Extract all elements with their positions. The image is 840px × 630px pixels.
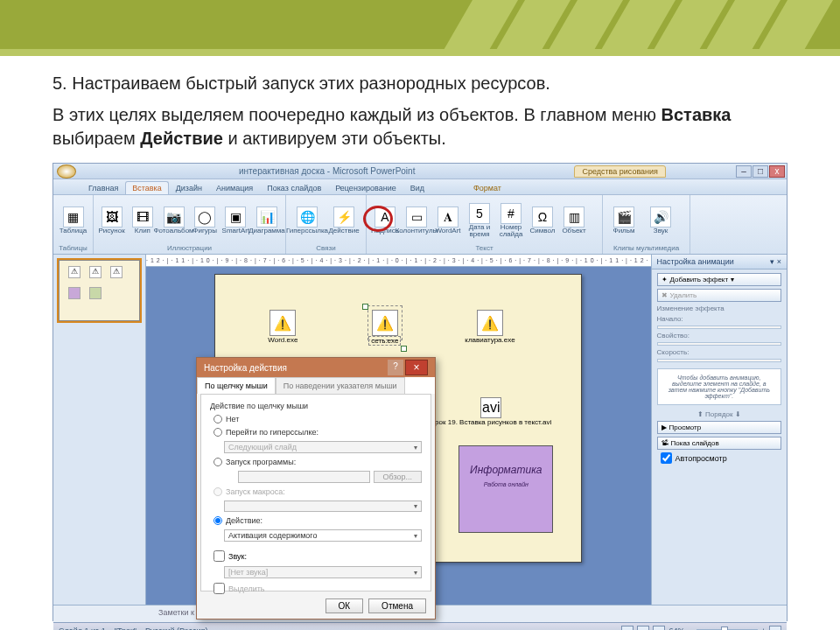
group-label-illustrations: Иллюстрации (97, 244, 282, 252)
property-field[interactable] (657, 342, 781, 346)
highlight-checkbox[interactable]: Выделить (210, 583, 422, 594)
action-group-label: Действие по щелчку мыши (210, 402, 422, 410)
warning-icon: ⚠️ (477, 310, 503, 336)
tab-insert[interactable]: Вставка (125, 181, 168, 194)
radio-none[interactable]: Нет (210, 415, 422, 424)
change-label: Изменение эффекта (657, 304, 781, 312)
radio-macro: Запуск макроса: (210, 487, 422, 496)
zoom-out-button[interactable]: − (688, 626, 692, 631)
browse-button[interactable]: Обзор... (374, 471, 423, 483)
view-show-button[interactable] (653, 626, 665, 631)
program-path-field[interactable] (238, 471, 370, 483)
shapes-icon: ◯ (194, 206, 215, 228)
hyperlink-combo[interactable]: Следующий слайд▾ (224, 441, 422, 453)
ribbon-headerfooter[interactable]: ▭Колонтитулы (402, 206, 431, 234)
horizontal-ruler: ·12·|·11·|·10·|·9·|·8·|·7·|·6·|·5·|·4·|·… (146, 255, 651, 267)
title-bar: интерактивная доска - Microsoft PowerPoi… (53, 164, 787, 179)
dialog-help-button[interactable]: ? (388, 360, 403, 375)
autopreview-checkbox[interactable]: Автопросмотр (657, 452, 781, 464)
zoom-value: 64% (668, 626, 684, 631)
remove-effect-button[interactable]: ✖Удалить (657, 289, 781, 302)
office-button[interactable] (57, 164, 76, 178)
sound-checkbox[interactable]: Звук: (210, 550, 422, 562)
status-bar: Слайд 1 из 1 "Трек" Русский (Россия) 64%… (53, 622, 787, 630)
ribbon-table[interactable]: ▦Таблица (57, 206, 89, 234)
dialog-tab-hover[interactable]: По наведении указателя мыши (276, 377, 405, 394)
speed-label: Скорость: (657, 348, 781, 356)
tab-design[interactable]: Дизайн (169, 181, 209, 194)
tab-slideshow[interactable]: Показ слайдов (260, 181, 328, 194)
tab-review[interactable]: Рецензирование (328, 181, 403, 194)
status-theme: "Трек" (115, 626, 136, 631)
maximize-button[interactable]: □ (752, 165, 768, 178)
instruction-para-2: В этих целях выделяем поочередно каждый … (52, 103, 779, 150)
start-field[interactable] (657, 326, 781, 329)
ribbon-datetime[interactable]: 5Дата и время (465, 203, 494, 238)
slideshow-button[interactable]: 📽 Показ слайдов (657, 437, 781, 450)
radio-run-program[interactable]: Запуск программы: (210, 458, 422, 466)
headerfooter-icon: ▭ (406, 206, 427, 228)
ribbon-picture[interactable]: 🖼Рисунок (97, 206, 126, 234)
dialog-tab-click[interactable]: По щелчку мыши (197, 377, 276, 394)
ribbon-sound[interactable]: 🔊Звук (643, 206, 678, 234)
status-slide-count: Слайд 1 из 1 (59, 626, 106, 631)
ribbon-smartart[interactable]: ▣SmartArt (221, 206, 250, 234)
action-settings-dialog: Настройка действия ? × По щелчку мыши По… (196, 357, 436, 620)
ribbon-album[interactable]: 📷Фотоальбом (159, 206, 189, 234)
smartart-icon: ▣ (225, 206, 246, 228)
ribbon-action[interactable]: ⚡Действие (326, 206, 361, 234)
radio-object-action[interactable]: Действие: (210, 516, 422, 525)
ribbon-shapes[interactable]: ◯Фигуры (191, 206, 220, 234)
tab-home[interactable]: Главная (81, 181, 125, 194)
ok-button[interactable]: ОК (326, 598, 364, 613)
chart-icon: 📊 (256, 206, 277, 228)
slide-thumbnails: ⚠⚠⚠ (53, 255, 146, 605)
ribbon-chart[interactable]: 📊Диаграмма (252, 206, 282, 234)
group-label-text: Текст (370, 244, 598, 252)
view-sorter-button[interactable] (637, 626, 649, 631)
instruction-para-1: 5. Настраиваем быстрый запуск этих разно… (52, 74, 779, 94)
object-network-exe[interactable]: ⚠️сеть.exe (368, 310, 401, 346)
reorder-label: ⬆ Порядок ⬇ (657, 410, 781, 418)
decorative-underline (0, 49, 840, 56)
minimize-button[interactable]: – (736, 165, 752, 178)
tab-animation[interactable]: Анимация (209, 181, 260, 194)
cancel-button[interactable]: Отмена (368, 598, 426, 613)
group-label-links: Связи (290, 244, 362, 252)
animation-taskpane: Настройка анимации▾ × ✦Добавить эффект ▾… (651, 255, 787, 605)
decorative-stripes (442, 0, 840, 52)
ribbon-wordart[interactable]: 𝐀WordArt (433, 206, 463, 234)
object-icon: ▥ (564, 206, 584, 228)
table-icon: ▦ (63, 206, 84, 228)
object-word-exe[interactable]: ⚠️Word.exe (268, 310, 298, 344)
tab-format[interactable]: Формат (466, 181, 508, 194)
fit-button[interactable] (769, 626, 781, 631)
thumbnail-1[interactable]: ⚠⚠⚠ (59, 260, 140, 321)
ribbon-movie[interactable]: 🎬Фильм (606, 206, 641, 234)
sound-combo[interactable]: [Нет звука]▾ (224, 566, 422, 578)
object-video-avi[interactable]: aviУрок 19. Вставка рисунков в текст.avi (425, 397, 556, 426)
ribbon-hyperlink[interactable]: 🌐Гиперссылка (290, 206, 325, 234)
status-language: Русский (Россия) (145, 626, 207, 631)
ribbon-slidenum[interactable]: #Номер слайда (496, 203, 526, 238)
object-keyboard-exe[interactable]: ⚠️клавиатура.exe (465, 310, 514, 344)
preview-button[interactable]: ▶ Просмотр (657, 421, 781, 434)
view-normal-button[interactable] (621, 626, 634, 631)
action-icon: ⚡ (333, 206, 354, 228)
close-button[interactable]: x (769, 165, 785, 178)
zoom-in-button[interactable]: + (761, 626, 766, 631)
window-title: интерактивная доска - Microsoft PowerPoi… (80, 166, 574, 176)
ribbon-tabs: Главная Вставка Дизайн Анимация Показ сл… (53, 179, 787, 195)
object-action-combo[interactable]: Активация содержимого▾ (224, 529, 422, 542)
speed-field[interactable] (657, 359, 781, 362)
taskpane-dropdown-icon[interactable]: ▾ × (770, 257, 781, 266)
dialog-close-button[interactable]: × (405, 360, 428, 375)
start-label: Начало: (657, 315, 781, 323)
ribbon-symbol[interactable]: ΩСимвол (528, 206, 557, 234)
tab-view[interactable]: Вид (403, 181, 431, 194)
object-book-2[interactable]: Информатика Работа онлайн (458, 445, 553, 533)
add-effect-button[interactable]: ✦Добавить эффект ▾ (657, 273, 781, 286)
textbox-icon: A (374, 206, 396, 228)
radio-hyperlink[interactable]: Перейти по гиперссылке: (210, 428, 422, 437)
ribbon-object[interactable]: ▥Объект (559, 206, 589, 234)
